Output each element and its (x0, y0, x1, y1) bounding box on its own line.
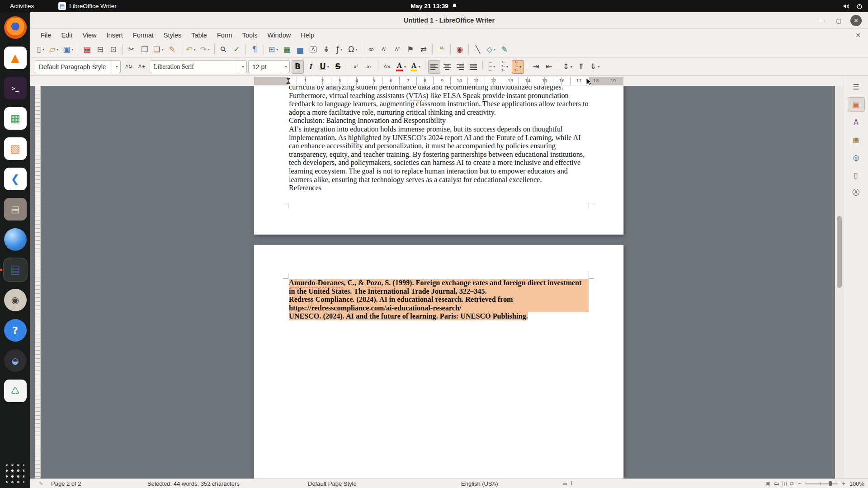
strikethrough-button[interactable]: S (332, 60, 344, 74)
show-applications-button[interactable] (6, 465, 24, 483)
update-style-button[interactable]: A↻ (123, 60, 135, 74)
export-pdf-button[interactable]: ▤ (81, 43, 93, 56)
redo-button[interactable]: ↷▾ (198, 43, 212, 56)
menu-help[interactable]: Help (296, 30, 319, 40)
basic-shapes-button[interactable]: ◇▾ (485, 43, 497, 56)
decrease-indent-button[interactable]: ⇤ (543, 60, 555, 74)
menu-file[interactable]: File (36, 30, 56, 40)
font-size-dropdown[interactable]: ▾ (281, 61, 289, 73)
title-bar[interactable]: Untitled 1 - LibreOffice Writer – ▢ ✕ (30, 12, 868, 29)
page-number-status[interactable]: Page 2 of 2 (51, 480, 81, 487)
italic-button[interactable]: I (305, 60, 317, 74)
copy-button[interactable]: ❐ (138, 43, 151, 56)
undo-button[interactable]: ↶▾ (184, 43, 197, 56)
page-style-status[interactable]: Default Page Style (308, 480, 357, 487)
zoom-slider-handle[interactable] (829, 481, 832, 486)
increase-paragraph-spacing-button[interactable]: ⇑ (575, 60, 587, 74)
page-2-text[interactable]: Amuedo-Doranes, C., & Pozo, S. (1999). F… (289, 279, 589, 321)
system-status-area[interactable] (843, 3, 863, 9)
paragraph[interactable]: curricula by analyzing student performan… (289, 86, 589, 92)
menu-window[interactable]: Window (263, 30, 296, 40)
document-page-1[interactable]: curricula by analyzing student performan… (254, 86, 623, 235)
menu-view[interactable]: View (77, 30, 101, 40)
dock-vscode[interactable]: ❮ (4, 168, 27, 190)
word-count-status[interactable]: Selected: 44 words, 352 characters (147, 480, 240, 487)
ordered-list-button[interactable]: 1— 2— 3—▾ (499, 60, 511, 74)
clear-direct-formatting-button[interactable]: A× (381, 60, 393, 74)
single-page-view-button[interactable]: ▭ (774, 480, 779, 487)
menu-form[interactable]: Form (212, 30, 237, 40)
sidebar-page-button[interactable]: ▯ (848, 168, 865, 182)
zoom-in-button[interactable]: + (842, 480, 845, 487)
font-color-button[interactable]: A▾ (394, 60, 408, 74)
selection-mode-icon[interactable]: ▭ (562, 481, 567, 487)
clone-formatting-button[interactable]: ✎ (166, 43, 178, 56)
sidebar-navigator-button[interactable]: ◎ (848, 150, 865, 164)
dock-firefox[interactable] (4, 16, 27, 39)
font-name-dropdown[interactable]: ▾ (238, 61, 246, 73)
menu-styles[interactable]: Styles (159, 30, 187, 40)
dock-software[interactable]: ♺ (4, 380, 27, 402)
dock-help[interactable]: ? (4, 319, 27, 342)
reference-paragraph[interactable]: Redress Compliance. (2024). AI in educat… (289, 296, 589, 312)
paragraph-style-dropdown[interactable]: ▾ (112, 61, 120, 73)
dock-archive-manager[interactable]: ▤ (4, 198, 27, 221)
insert-comment-button[interactable]: ❝ (435, 43, 448, 56)
paste-button[interactable]: ❏▾ (151, 43, 165, 56)
save-button[interactable]: ▣▾ (61, 43, 75, 56)
paragraph[interactable]: References (289, 184, 589, 192)
topbar-app-menu[interactable]: ▤ LibreOffice Writer (58, 2, 117, 10)
insert-table-button[interactable]: ⊞▾ (267, 43, 280, 56)
formatting-marks-button[interactable]: ¶ (249, 43, 261, 56)
find-and-replace-button[interactable]: ⚲ (217, 43, 230, 56)
close-document-icon[interactable]: ✕ (855, 32, 861, 39)
highlighting-color-button[interactable]: A▾ (409, 60, 422, 74)
reference-paragraph[interactable]: Amuedo-Doranes, C., & Pozo, S. (1999). F… (289, 279, 589, 296)
subscript-button[interactable]: x₂ (363, 60, 375, 74)
menu-tools[interactable]: Tools (237, 30, 263, 40)
activities-button[interactable]: Activities (6, 3, 38, 9)
sidebar-gallery-button[interactable]: ▦ (848, 132, 865, 147)
align-left-button[interactable] (428, 60, 440, 74)
reference-paragraph[interactable]: UNESCO. (2024). AI and the future of lea… (289, 312, 589, 321)
menu-table[interactable]: Table (186, 30, 212, 40)
language-status[interactable]: English (USA) (461, 480, 498, 487)
clock-menu[interactable]: May 21 13:39 (410, 3, 457, 9)
document-modified-icon[interactable]: ▣ (765, 481, 770, 487)
align-center-button[interactable] (441, 60, 453, 74)
insert-hyperlink-button[interactable]: ∞ (365, 43, 377, 56)
dock-terminal[interactable]: >_ (4, 77, 27, 99)
show-draw-functions-button[interactable]: ✎ (498, 43, 510, 56)
font-size-combobox[interactable]: 12 pt ▾ (248, 60, 290, 73)
vertical-scrollbar[interactable] (835, 86, 844, 479)
open-file-button[interactable]: ▱▾ (47, 43, 60, 56)
vertical-ruler[interactable] (35, 86, 41, 479)
menu-edit[interactable]: Edit (56, 30, 77, 40)
sidebar-style-inspector-button[interactable]: Ⓐ (848, 185, 865, 200)
selected-text[interactable]: UNESCO. (2024). AI and the future of lea… (289, 312, 528, 320)
dock-libreoffice-calc[interactable]: ▦ (4, 107, 27, 130)
underline-button[interactable]: U▾ (318, 60, 331, 74)
insert-special-character-button[interactable]: Ω▾ (346, 43, 359, 56)
minimize-button[interactable]: – (816, 15, 827, 26)
scrollbar-thumb[interactable] (837, 216, 842, 288)
close-button[interactable]: ✕ (850, 15, 862, 26)
dock-browser-sphere[interactable] (4, 228, 27, 251)
ruler-strip[interactable]: 12345678910111213141516171819 (254, 77, 623, 85)
left-indent-marker[interactable] (286, 81, 291, 84)
bold-button[interactable]: B (292, 60, 304, 74)
document-page-2[interactable]: Amuedo-Doranes, C., & Pozo, S. (1999). F… (254, 245, 623, 479)
print-preview-button[interactable]: ⊡ (107, 43, 119, 56)
align-right-button[interactable] (454, 60, 467, 74)
font-name-combobox[interactable]: Liberation Serif ▾ (150, 60, 247, 73)
unordered-list-button[interactable]: •— •— •—▾ (486, 60, 498, 74)
book-view-button[interactable]: ⧉ (790, 480, 794, 487)
insert-footnote-button[interactable]: A¹ (378, 43, 390, 56)
spelling-button[interactable]: ✓ (231, 43, 243, 56)
paragraph[interactable]: Conclusion: Balancing Innovation and Res… (289, 117, 589, 125)
page-1-text[interactable]: curricula by analyzing student performan… (289, 86, 589, 192)
paragraph[interactable]: AI’s integration into education holds im… (289, 125, 589, 184)
increase-indent-button[interactable]: ⇥ (530, 60, 542, 74)
align-justified-button[interactable] (467, 60, 480, 74)
new-style-button[interactable]: A+ (136, 60, 148, 74)
